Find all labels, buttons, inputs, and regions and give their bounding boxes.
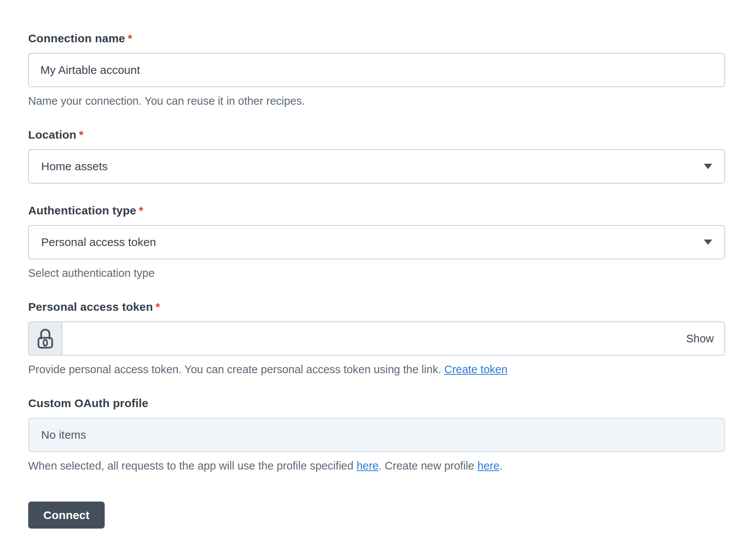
required-asterisk: * <box>139 204 144 217</box>
create-new-profile-here-link[interactable]: here <box>477 460 499 472</box>
authentication-type-section: Authentication type* Personal access tok… <box>28 203 725 280</box>
required-asterisk: * <box>128 32 132 45</box>
location-label: Location* <box>28 128 725 142</box>
authentication-type-helper: Select authentication type <box>28 266 725 280</box>
custom-oauth-profile-label: Custom OAuth profile <box>28 396 725 410</box>
required-asterisk: * <box>156 300 160 313</box>
connection-name-label-text: Connection name <box>28 32 125 45</box>
authentication-type-label-text: Authentication type <box>28 204 136 217</box>
lock-icon-cell <box>29 322 62 355</box>
connection-name-input[interactable] <box>28 53 725 87</box>
connection-name-helper: Name your connection. You can reuse it i… <box>28 94 725 108</box>
location-label-text: Location <box>28 128 77 141</box>
authentication-type-select-value: Personal access token <box>41 236 156 249</box>
connection-name-section: Connection name* Name your connection. Y… <box>28 31 725 108</box>
personal-access-token-helper-text: Provide personal access token. You can c… <box>28 363 444 375</box>
personal-access-token-input[interactable] <box>62 322 686 355</box>
personal-access-token-label: Personal access token* <box>28 300 725 314</box>
connection-form: Connection name* Name your connection. Y… <box>0 0 725 529</box>
personal-access-token-label-text: Personal access token <box>28 300 153 313</box>
custom-oauth-helper-part2: . Create new profile <box>378 460 477 472</box>
connect-button[interactable]: Connect <box>28 502 105 529</box>
location-select[interactable]: Home assets <box>28 149 725 184</box>
chevron-down-icon <box>704 240 712 245</box>
profile-specified-here-link[interactable]: here <box>356 460 378 472</box>
personal-access-token-section: Personal access token* Show Provide pers… <box>28 300 725 376</box>
custom-oauth-profile-value: No items <box>41 428 86 441</box>
custom-oauth-profile-helper: When selected, all requests to the app w… <box>28 459 725 473</box>
authentication-type-select[interactable]: Personal access token <box>28 225 725 259</box>
personal-access-token-field: Show <box>28 321 725 356</box>
personal-access-token-helper: Provide personal access token. You can c… <box>28 363 725 376</box>
show-password-button[interactable]: Show <box>686 332 724 345</box>
custom-oauth-profile-select[interactable]: No items <box>28 418 725 452</box>
required-asterisk: * <box>79 128 84 141</box>
lock-icon <box>36 328 54 350</box>
connection-name-label: Connection name* <box>28 31 725 45</box>
custom-oauth-helper-part3: . <box>499 460 502 472</box>
chevron-down-icon <box>704 164 712 169</box>
location-section: Location* Home assets <box>28 128 725 184</box>
custom-oauth-helper-part1: When selected, all requests to the app w… <box>28 460 356 472</box>
location-select-value: Home assets <box>41 160 108 173</box>
create-token-link[interactable]: Create token <box>444 363 507 375</box>
authentication-type-label: Authentication type* <box>28 203 725 217</box>
custom-oauth-profile-section: Custom OAuth profile No items When selec… <box>28 396 725 473</box>
